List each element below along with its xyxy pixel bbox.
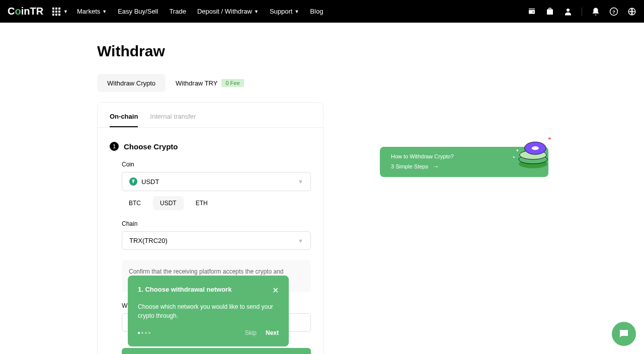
chain-select[interactable]: TRX(TRC20) ▼: [122, 231, 311, 250]
promo-illustration: [508, 135, 553, 175]
usdt-icon: ₮: [129, 178, 137, 186]
quick-btc[interactable]: BTC: [122, 196, 148, 210]
header-left: CoinTR ▼ Markets▼ Easy Buy/Sell Trade De…: [8, 6, 323, 17]
header: CoinTR ▼ Markets▼ Easy Buy/Sell Trade De…: [0, 0, 644, 23]
svg-marker-10: [548, 137, 551, 139]
divider: [582, 8, 582, 16]
withdraw-type-tabs: Withdraw Crypto Withdraw TRY 0 Fee: [97, 74, 644, 92]
grid-icon: [52, 8, 60, 16]
quick-coins: BTC USDT ETH: [122, 196, 311, 210]
transfer-mode-tabs: On-chain Internal transfer: [98, 103, 323, 128]
nav: Markets▼ Easy Buy/Sell Trade Deposit / W…: [77, 8, 323, 15]
chain-value: TRX(TRC20): [129, 237, 168, 244]
nav-blog[interactable]: Blog: [310, 8, 323, 15]
wallet-icon[interactable]: [527, 7, 536, 16]
tab-withdraw-crypto[interactable]: Withdraw Crypto: [97, 74, 166, 92]
user-icon[interactable]: [564, 7, 573, 16]
nav-easy-buy-sell[interactable]: Easy Buy/Sell: [118, 8, 158, 15]
tooltip-next-button[interactable]: Next: [266, 329, 279, 336]
chat-button[interactable]: [612, 322, 636, 346]
chevron-down-icon: ▼: [102, 9, 107, 14]
chain-label: Chain: [122, 220, 311, 227]
chevron-down-icon: ▼: [298, 238, 303, 244]
tooltip-dots: [138, 332, 150, 334]
quick-eth[interactable]: ETH: [189, 196, 215, 210]
coin-label: Coin: [122, 161, 311, 168]
bell-icon[interactable]: [591, 7, 600, 16]
fee-badge: 0 Fee: [221, 79, 244, 87]
tab-on-chain[interactable]: On-chain: [110, 113, 138, 127]
svg-point-7: [532, 146, 539, 150]
quick-usdt[interactable]: USDT: [153, 196, 184, 210]
nav-trade[interactable]: Trade: [169, 8, 186, 15]
nav-support[interactable]: Support▼: [270, 8, 299, 15]
promo-card[interactable]: How to Withdraw Crypto? 3 Simple Steps →: [380, 147, 548, 177]
help-icon[interactable]: ?: [609, 7, 618, 16]
tooltip-skip-button[interactable]: Skip: [245, 329, 257, 336]
svg-text:?: ?: [612, 9, 615, 14]
svg-point-9: [513, 156, 515, 158]
coin-select[interactable]: ₮ USDT ▼: [122, 172, 311, 191]
onboarding-tooltip: 1. Choose withdrawal network ✕ Choose wh…: [128, 276, 289, 346]
step-number: 1: [110, 142, 119, 151]
chevron-down-icon: ▼: [298, 179, 303, 185]
globe-icon[interactable]: [627, 7, 636, 16]
chevron-down-icon: ▼: [294, 9, 299, 14]
next-button[interactable]: Next: [122, 348, 311, 354]
page-title: Withdraw: [97, 43, 644, 60]
nav-markets[interactable]: Markets▼: [77, 8, 107, 15]
coin-field: Coin ₮ USDT ▼ BTC USDT ETH: [110, 161, 311, 210]
apps-menu[interactable]: ▼: [52, 8, 68, 16]
step-1-header: 1 Choose Crypto: [110, 142, 311, 151]
step-title: Choose Crypto: [124, 142, 178, 151]
logo[interactable]: CoinTR: [8, 6, 43, 17]
close-icon[interactable]: ✕: [272, 286, 279, 295]
briefcase-icon[interactable]: [545, 7, 554, 16]
arrow-right-icon: →: [432, 162, 439, 170]
main: Withdraw Withdraw Crypto Withdraw TRY 0 …: [0, 23, 644, 354]
chevron-down-icon: ▼: [63, 9, 68, 14]
tooltip-title: 1. Choose withdrawal network: [138, 286, 231, 293]
tooltip-body: Choose which network you would like to s…: [138, 302, 279, 320]
coin-value: USDT: [141, 178, 159, 186]
svg-point-8: [517, 149, 519, 151]
chain-field: Chain TRX(TRC20) ▼: [110, 220, 311, 250]
header-right: ?: [527, 7, 636, 16]
nav-deposit-withdraw[interactable]: Deposit / Withdraw▼: [197, 8, 259, 15]
tab-internal-transfer[interactable]: Internal transfer: [150, 113, 196, 127]
chevron-down-icon: ▼: [254, 9, 259, 14]
tab-withdraw-try[interactable]: Withdraw TRY 0 Fee: [166, 74, 254, 92]
